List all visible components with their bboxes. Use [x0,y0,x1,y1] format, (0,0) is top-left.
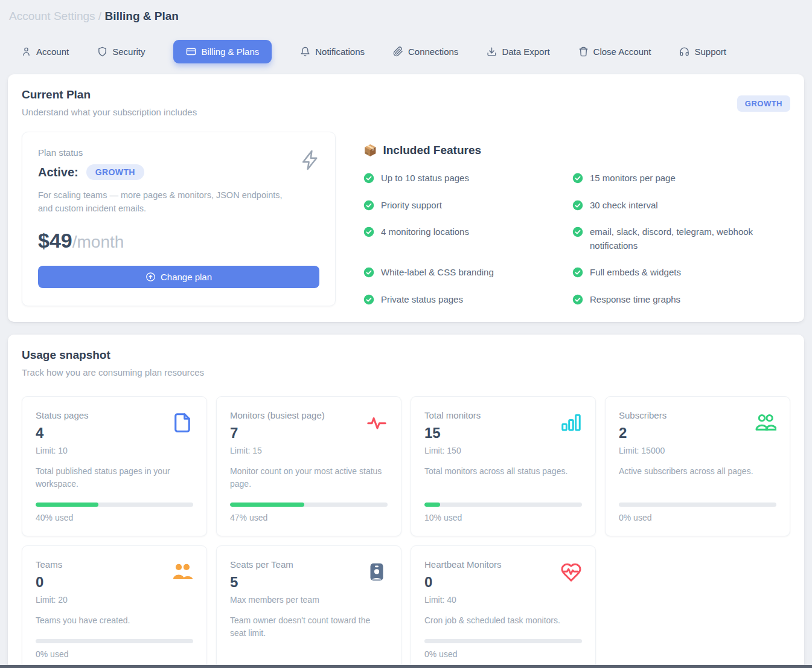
usage-progress: 47% used [230,490,388,522]
current-plan-subtitle: Understand what your subscription includ… [22,107,197,117]
tab-security[interactable]: Security [97,47,145,57]
plan-state: Active: [38,165,78,179]
feature-item: Response time graphs [572,293,790,307]
usage-card-limit: Limit: 20 [36,595,68,605]
breadcrumb-page: Billing & Plan [104,10,178,22]
feature-item: 4 monitoring locations [363,225,572,252]
feature-label: 30 check interval [590,199,658,213]
id-badge-icon [366,561,388,583]
tab-label: Close Account [593,47,651,57]
tab-support[interactable]: Support [679,47,726,57]
usage-percent-label: 0% used [424,649,582,659]
usage-card-limit: Limit: 40 [424,595,502,605]
usage-progress: 0% used [424,627,582,659]
check-circle-icon [363,200,374,211]
feature-item: email, slack, discord, telegram, webhook… [572,225,790,252]
plan-status-box: Plan status Active: GROWTH For scaling t… [22,132,336,306]
change-plan-label: Change plan [161,272,212,282]
tab-label: Support [694,47,726,57]
current-plan-card: Current Plan Understand what your subscr… [8,74,804,322]
users-filled-icon [171,561,193,583]
usage-card-title: Teams [36,559,68,570]
feature-item: White-label & CSS branding [363,266,572,280]
features-title: Included Features [383,144,481,157]
tab-connections[interactable]: Connections [393,47,458,57]
progress-fill [230,503,304,507]
usage-progress: 10% used [424,490,582,522]
feature-item: Priority support [363,199,572,213]
current-plan-header: Current Plan Understand what your subscr… [22,88,790,117]
usage-subtitle: Track how you are consuming plan resourc… [22,367,790,377]
link-icon [393,47,403,57]
tab-label: Billing & Plans [201,47,259,57]
headset-icon [679,47,689,57]
shield-icon [97,47,107,57]
package-icon: 📦 [363,144,377,157]
credit-card-icon [186,47,196,57]
progress-track [36,639,193,643]
tab-data-export[interactable]: Data Export [487,47,549,57]
check-circle-icon [363,173,374,184]
feature-label: Up to 10 status pages [381,172,469,185]
usage-card-heartbeat-monitors: Heartbeat Monitors0Limit: 40Cron job & s… [411,545,596,668]
feature-item: 15 monitors per page [572,172,790,185]
feature-item: Full embeds & widgets [572,266,790,280]
progress-track [424,503,582,507]
feature-label: email, slack, discord, telegram, webhook… [590,225,769,252]
check-circle-icon [572,173,583,184]
breadcrumb-section[interactable]: Account Settings / [9,10,101,22]
tab-account[interactable]: Account [21,47,69,57]
usage-percent-label: 47% used [230,513,388,522]
plan-price: $49 [38,229,72,252]
tab-bar: AccountSecurityBilling & PlansNotificati… [21,40,804,63]
usage-card-limit: Limit: 15 [230,446,325,455]
usage-snapshot-card: Usage snapshot Track how you are consumi… [8,335,804,668]
progress-track [424,639,582,643]
usage-card-description: Team owner doesn't count toward the seat… [230,614,388,640]
change-plan-button[interactable]: Change plan [38,266,319,288]
feature-item: Private status pages [363,293,572,307]
progress-track [230,503,388,507]
usage-card-limit: Limit: 150 [424,446,481,455]
usage-card-title: Seats per Team [230,559,319,570]
usage-card-description: Monitor count on your most active status… [230,465,388,490]
tab-label: Account [36,47,69,57]
feature-label: 15 monitors per page [590,172,676,185]
progress-fill [424,503,440,507]
check-circle-icon [572,200,583,211]
usage-card-value: 7 [230,425,325,442]
bar-chart-icon [560,412,582,434]
download-icon [487,47,497,57]
plan-tier-badge: GROWTH [737,95,790,112]
usage-card-status-pages: Status pages4Limit: 10Total published st… [22,396,207,536]
usage-card-teams: Teams0Limit: 20Teams you have created.0%… [22,545,207,668]
usage-card-description: Total published status pages in your wor… [36,465,193,490]
tab-billing-plans[interactable]: Billing & Plans [173,40,272,63]
check-circle-icon [363,267,374,278]
check-circle-icon [572,294,583,305]
feature-label: Priority support [381,199,442,213]
usage-card-limit: Limit: 15000 [619,446,667,455]
usage-card-subscribers: Subscribers2Limit: 15000Active subscribe… [605,396,790,536]
pulse-icon [366,412,388,434]
usage-percent-label: 10% used [424,513,582,522]
feature-label: White-label & CSS branding [381,266,494,280]
lightning-bolt-icon [299,148,322,175]
check-circle-icon [363,226,374,237]
usage-card-value: 15 [424,425,481,442]
usage-card-total-monitors: Total monitors15Limit: 150Total monitors… [411,396,596,536]
plan-description: For scaling teams — more pages & monitor… [38,188,292,216]
feature-label: 4 monitoring locations [381,225,469,239]
feature-item: 30 check interval [572,199,790,213]
tab-label: Data Export [502,47,549,57]
check-circle-icon [363,294,374,305]
usage-title: Usage snapshot [22,348,790,362]
tab-notifications[interactable]: Notifications [300,47,365,57]
users-outline-icon [755,412,776,434]
tab-close-account[interactable]: Close Account [578,47,651,57]
usage-percent-label: 0% used [36,649,193,659]
current-plan-title: Current Plan [22,88,197,101]
usage-card-value: 4 [36,425,89,442]
tab-label: Connections [408,47,458,57]
tab-label: Security [112,47,145,57]
